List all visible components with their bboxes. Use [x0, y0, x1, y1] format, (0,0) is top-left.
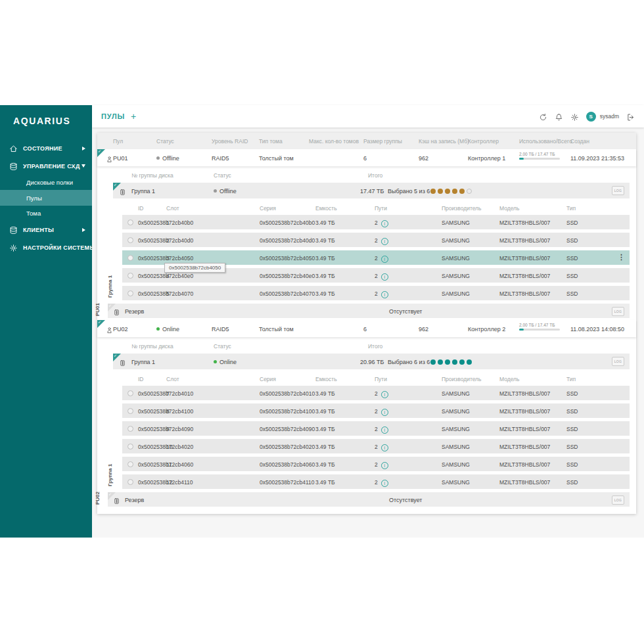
disk-column-header: Емкость — [315, 376, 337, 382]
disk-slot: 4 — [166, 273, 170, 279]
disk-serial: 0x5002538b72cb4090 — [260, 426, 315, 432]
info-icon[interactable]: i — [381, 391, 388, 398]
gear-icon[interactable] — [570, 112, 579, 121]
group-name: Группа 1 — [131, 359, 155, 365]
sidebar-item-0[interactable]: СОСТОЯНИЕ — [0, 139, 92, 157]
add-pool-button[interactable]: + — [131, 113, 136, 120]
disk-model: MZILT3T8HBLS/007 — [499, 273, 550, 279]
group-total: 20.96 ТБ — [360, 359, 384, 365]
disk-row[interactable]: 0x5002538b72cb4060110x5002538b72cb40603.… — [122, 457, 630, 471]
volume-type: Толстый том — [259, 326, 294, 333]
disk-paths: 2i — [375, 408, 388, 416]
disk-row[interactable]: 0x5002538b72cb405030x5002538b72cb40503.4… — [122, 250, 630, 265]
disk-serial: 0x5002538b72cb40e0 — [260, 273, 315, 279]
disk-capacity: 3.49 ТБ — [315, 390, 335, 397]
disk-dot — [445, 359, 450, 365]
disk-row[interactable]: 0x5002538b72cb401070x5002538b72cb40103.4… — [122, 386, 630, 400]
disk-table: IDСлотСерияЕмкостьПутиПроизводительМодел… — [122, 200, 630, 300]
status-text: Offline — [162, 155, 179, 162]
info-icon[interactable]: i — [381, 444, 388, 451]
sidebar-subitem-0[interactable]: Дисковые полки — [0, 175, 92, 190]
sidebar-subitem-2[interactable]: Тома — [0, 206, 92, 221]
disk-paths: 2i — [375, 426, 388, 434]
log-icon[interactable]: LOG — [612, 186, 624, 195]
group-table-header: № группы дискаСтатусИтого — [97, 166, 636, 183]
column-header: Уровень RAID — [212, 138, 248, 145]
sidebar-item-3[interactable]: НАСТРОЙКИ СИСТЕМЫ — [0, 239, 92, 256]
refresh-icon[interactable] — [539, 112, 547, 121]
info-icon[interactable]: i — [381, 409, 388, 416]
refresh-icon — [539, 113, 547, 122]
status-text: Offline — [219, 188, 237, 195]
disk-dot — [459, 359, 465, 365]
pool-icon — [106, 156, 113, 163]
sidebar-item-2[interactable]: КЛИЕНТЫ — [0, 221, 92, 239]
disk-group-row[interactable]: Группа 1Offline17.47 ТБВыбрано 5 из 6LOG — [113, 183, 630, 198]
disk-id-icon — [127, 390, 133, 396]
disk-paths: 2i — [375, 479, 388, 487]
disk-paths: 2i — [375, 219, 388, 227]
disk-row[interactable]: 0x5002538b72cb4110120x5002538b72cb41103.… — [122, 474, 630, 489]
disk-row[interactable]: 0x5002538b72cb4020100x5002538b72cb40203.… — [122, 439, 630, 453]
pool-status: Offline — [156, 155, 179, 162]
pool-icon — [106, 154, 113, 162]
group-side-label: Группа 1 — [107, 275, 113, 298]
disk-dot — [452, 359, 457, 365]
avatar[interactable]: S — [586, 112, 596, 122]
disk-row[interactable]: 0x5002538b72cb40b010x5002538b72cb40b03.4… — [122, 215, 630, 229]
disk-type: SSD — [566, 408, 578, 415]
info-icon[interactable]: i — [381, 238, 388, 245]
reserve-row[interactable]: РезервОтсутствуетLOG — [108, 492, 630, 507]
group-size: 6 — [363, 326, 367, 333]
disk-capacity: 3.49 ТБ — [315, 273, 335, 279]
log-icon[interactable]: LOG — [612, 495, 624, 505]
info-icon[interactable]: i — [381, 291, 388, 298]
row-menu-icon[interactable]: ⋮ — [618, 253, 625, 262]
log-icon[interactable]: LOG — [612, 357, 624, 366]
volume-type: Толстый том — [259, 155, 294, 162]
info-icon[interactable]: i — [381, 220, 388, 227]
pool-status-value: Offline — [156, 155, 179, 162]
disk-model: MZILT3T8HBLS/007 — [499, 479, 550, 486]
disk-id-icon — [127, 408, 133, 414]
disk-id-icon — [127, 237, 133, 243]
logout-icon[interactable] — [626, 112, 635, 121]
reserve-row[interactable]: РезервОтсутствуетLOG — [108, 304, 630, 318]
sidebar-subitem-1[interactable]: Пулы — [0, 190, 92, 206]
disk-row[interactable]: 0x5002538b72cb407050x5002538b72cb40703.4… — [122, 286, 630, 300]
column-header: Размер группы — [363, 138, 402, 145]
info-icon[interactable]: i — [381, 462, 388, 469]
disk-paths: 2i — [375, 290, 388, 298]
bell-icon[interactable] — [555, 112, 563, 121]
disk-column-header: Модель — [499, 376, 520, 382]
info-icon[interactable]: i — [381, 256, 388, 263]
status-text: Online — [219, 359, 237, 365]
info-icon[interactable]: i — [381, 480, 388, 487]
selected-disk-dots — [430, 358, 474, 365]
disk-capacity: 3.49 ТБ — [315, 461, 335, 468]
disk-column-header: Модель — [499, 205, 520, 212]
sidebar-item-1[interactable]: УПРАВЛЕНИЕ СХД — [0, 157, 92, 175]
disk-model: MZILT3T8HBLS/007 — [499, 219, 550, 226]
disk-column-header: Серия — [260, 205, 276, 212]
bell-icon — [555, 113, 563, 122]
disk-row[interactable]: 0x5002538b72cb410080x5002538b72cb41003.4… — [122, 403, 630, 418]
group-column-header: Итого — [368, 343, 382, 350]
status-text: Online — [162, 326, 179, 333]
log-icon[interactable]: LOG — [612, 307, 624, 316]
pool-row[interactable]: PU01RAID5Толстый том6962Контроллер 111.0… — [97, 149, 636, 166]
disk-group-row[interactable]: Группа 1Online20.96 ТБВыбрано 6 из 6LOG — [113, 354, 630, 369]
info-icon[interactable]: i — [381, 273, 388, 281]
disk-id: 0x5002538b72cb4110 — [138, 479, 193, 486]
info-icon[interactable]: i — [381, 426, 388, 434]
raid-level: RAID5 — [212, 155, 229, 162]
disk-column-header: Производитель — [442, 205, 482, 212]
disk-row[interactable]: 0x5002538b72cb40d020x5002538b72cb40d03.4… — [122, 233, 630, 247]
created-at: 11.08.2023 14:08:50 — [570, 326, 624, 333]
disk-slot: 12 — [166, 479, 172, 486]
disk-row[interactable]: 0x5002538b72cb409090x5002538b72cb40903.4… — [122, 421, 630, 436]
disk-type: SSD — [566, 444, 578, 450]
database-icon — [9, 162, 18, 171]
disk-dot — [430, 189, 436, 194]
pool-row[interactable]: PU02RAID5Толстый том6962Контроллер 211.0… — [97, 320, 636, 337]
